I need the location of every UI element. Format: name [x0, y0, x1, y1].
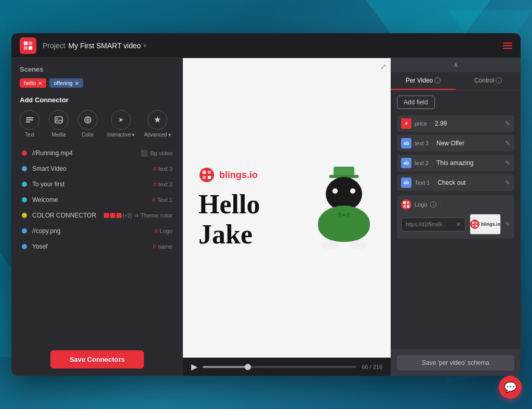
- svg-point-17: [343, 214, 345, 216]
- add-field-button[interactable]: Add field: [397, 96, 435, 109]
- svg-rect-2: [29, 42, 32, 45]
- svg-rect-5: [26, 119, 33, 120]
- field-edit-text2[interactable]: ✎: [505, 159, 510, 167]
- scene-tag-offering[interactable]: offering ✕: [49, 78, 83, 88]
- svg-marker-15: [339, 212, 343, 218]
- connector-row-5[interactable]: //copy.png # Logo: [20, 224, 175, 238]
- hamburger-menu[interactable]: [503, 43, 512, 49]
- logo-label: Logo: [415, 201, 427, 208]
- play-button[interactable]: ▶: [191, 362, 197, 372]
- connector-row-3[interactable]: Welcome # Text 1: [20, 193, 175, 207]
- scene-tag-hello[interactable]: hello ✕: [20, 78, 46, 88]
- text-connector-icon[interactable]: Text: [20, 110, 39, 138]
- connector-right-1: # text 3: [153, 166, 172, 172]
- logo-info-icon: i: [430, 201, 436, 208]
- project-label: Project: [43, 42, 65, 50]
- video-controls: ▶ 66 / 218: [183, 358, 391, 376]
- connector-rows: //Running.mp4 ⬛ Bg video Smart Video # t…: [20, 146, 175, 254]
- svg-rect-3: [24, 46, 28, 50]
- connector-name-5: //copy.png: [32, 227, 154, 235]
- svg-rect-20: [407, 201, 409, 204]
- media-connector-icon[interactable]: Media: [49, 110, 69, 138]
- tab-per-video[interactable]: Per Video i: [391, 72, 456, 90]
- blings-logo-text: blings.io: [219, 170, 258, 181]
- logo-preview-text: blings.io: [481, 222, 500, 227]
- logo-section-icon: [401, 199, 411, 210]
- field-label-text1: Text 1: [415, 180, 430, 186]
- svg-rect-18: [403, 201, 406, 204]
- tab-control[interactable]: Control i: [456, 72, 521, 90]
- scene-tag-hello-close[interactable]: ✕: [38, 80, 42, 86]
- advanced-connector-icon[interactable]: Advanced ▾: [144, 110, 170, 138]
- connector-row-1[interactable]: Smart Video # text 3: [20, 161, 175, 176]
- field-edit-price[interactable]: ✎: [505, 120, 510, 127]
- color-connector-icon[interactable]: Color: [78, 110, 98, 138]
- save-connectors-button[interactable]: Save Connectors: [50, 350, 144, 369]
- time-display: 66 / 218: [362, 364, 382, 370]
- color-icon-label: Color: [82, 132, 94, 138]
- logo-edit-icon[interactable]: ✎: [505, 221, 510, 228]
- expand-icon[interactable]: ⤢: [380, 62, 387, 71]
- svg-rect-13: [208, 171, 211, 174]
- connector-right-5: # Logo: [154, 228, 172, 234]
- connector-right-4: (+2) ⇒ Theme color: [104, 212, 172, 219]
- connector-dot-3: [22, 197, 27, 202]
- svg-rect-7: [55, 117, 62, 123]
- app-window: Project My First SMART video ∨ Scenes he…: [11, 33, 521, 376]
- app-logo: [20, 37, 36, 54]
- control-info-icon: i: [496, 77, 502, 84]
- connector-row-0[interactable]: //Running.mp4 ⬛ Bg video: [20, 146, 175, 160]
- left-panel: Scenes hello ✕ offering ✕ Add Connector: [11, 58, 183, 376]
- logo-section: Logo i : https://d1t5lnx6i... ✕: [397, 195, 514, 239]
- field-label-text3: text 3: [415, 140, 429, 146]
- connector-right-0: ⬛ Bg video: [141, 150, 172, 157]
- top-bar: Project My First SMART video ∨: [11, 33, 521, 58]
- field-value-text1: Check out: [437, 179, 502, 186]
- svg-rect-22: [472, 222, 474, 224]
- field-edit-text3[interactable]: ✎: [505, 140, 510, 147]
- field-icon-text2: ab: [401, 158, 411, 168]
- connector-right-6: # name: [153, 243, 172, 250]
- field-row-text2: ab text 2 : This amazing ✎: [397, 155, 514, 171]
- per-video-info-icon: i: [434, 77, 441, 84]
- scenes-label: Scenes: [20, 65, 175, 73]
- svg-rect-1: [29, 46, 32, 50]
- connector-dot-0: [22, 151, 27, 156]
- video-title[interactable]: My First SMART video ∨: [69, 42, 148, 50]
- chat-bubble[interactable]: 💬: [499, 376, 522, 399]
- panel-chevron-up[interactable]: ∧: [454, 61, 458, 69]
- field-edit-text1[interactable]: ✎: [505, 179, 510, 186]
- field-icon-price: #: [401, 118, 411, 129]
- svg-rect-24: [475, 222, 477, 224]
- svg-rect-0: [24, 42, 28, 45]
- logo-section-header: Logo i :: [401, 199, 510, 210]
- scenes-tags: hello ✕ offering ✕: [20, 78, 175, 88]
- svg-rect-21: [403, 205, 406, 208]
- connector-right-2: # text 2: [153, 181, 172, 187]
- save-schema-button[interactable]: Save 'per video' schema: [397, 355, 514, 371]
- svg-rect-25: [472, 225, 474, 227]
- connector-name-0: //Running.mp4: [32, 149, 141, 157]
- connector-right-3: # Text 1: [152, 197, 172, 203]
- field-icon-text1: ab: [401, 178, 411, 188]
- logo-url-field[interactable]: https://d1t5lnx6i... ✕: [401, 217, 466, 231]
- connector-name-6: Yosef: [32, 243, 153, 250]
- add-connector-label: Add Connector: [20, 96, 175, 104]
- field-rows: # price : 2.99 ✎ ab text 3 : New Offer ✎: [397, 115, 514, 191]
- save-schema-bar: Save 'per video' schema: [391, 349, 521, 376]
- progress-bar[interactable]: [203, 366, 356, 368]
- logo-url-clear-icon[interactable]: ✕: [456, 221, 461, 228]
- connector-dot-2: [22, 182, 27, 187]
- right-panel-header: ∧: [391, 58, 521, 72]
- connector-row-2[interactable]: To your first # text 2: [20, 177, 175, 192]
- svg-rect-4: [26, 117, 33, 118]
- field-row-text1: ab Text 1 : Check out ✎: [397, 174, 514, 191]
- video-text-side: blings.io Hello Jake: [198, 167, 260, 249]
- connector-row-4[interactable]: COLOR CONNECTOR (+2) ⇒ Theme color: [20, 208, 175, 223]
- interactive-connector-icon[interactable]: Interactive ▾: [107, 110, 135, 138]
- title-chevron: ∨: [143, 42, 147, 49]
- svg-rect-23: [475, 225, 477, 227]
- character-illustration: [313, 167, 375, 250]
- scene-tag-offering-close[interactable]: ✕: [75, 80, 79, 86]
- connector-row-6[interactable]: Yosef # name: [20, 239, 175, 254]
